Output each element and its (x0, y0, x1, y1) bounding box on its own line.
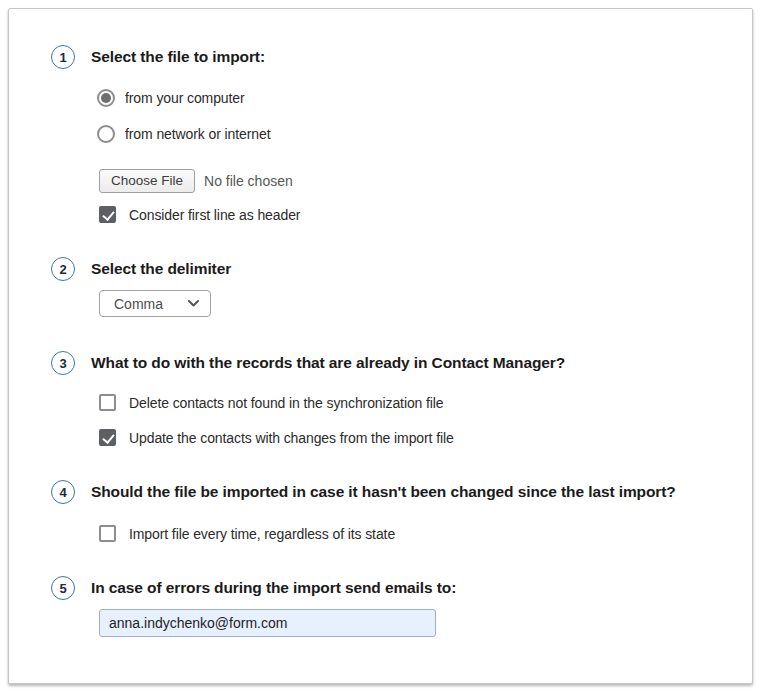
step-3-number-badge: 3 (51, 351, 75, 375)
step-4-unchanged-file: 4 Should the file be imported in case it… (51, 480, 714, 542)
step-2-delimiter: 2 Select the delimiter Comma (51, 257, 714, 317)
step-3-title: What to do with the records that are alr… (91, 351, 714, 375)
step-2-number-badge: 2 (51, 257, 75, 281)
checkbox-icon[interactable] (99, 394, 116, 411)
step-1-title: Select the file to import: (91, 45, 714, 69)
step-5-error-emails: 5 In case of errors during the import se… (51, 576, 714, 637)
checkbox-label-first-line-header: Consider first line as header (129, 207, 300, 223)
delimiter-selected-value: Comma (114, 296, 163, 312)
radio-label-from-computer: from your computer (125, 90, 245, 106)
step-5-title: In case of errors during the import send… (91, 576, 714, 600)
checkbox-delete-contacts[interactable]: Delete contacts not found in the synchro… (99, 394, 714, 411)
checkbox-icon[interactable] (99, 429, 116, 446)
checkbox-icon[interactable] (99, 525, 116, 542)
radio-icon[interactable] (97, 125, 115, 143)
choose-file-button[interactable]: Choose File (99, 169, 195, 193)
chevron-down-icon (188, 300, 199, 307)
step-3-existing-records: 3 What to do with the records that are a… (51, 351, 714, 446)
delimiter-select[interactable]: Comma (99, 290, 211, 317)
import-settings-card: 1 Select the file to import: from your c… (8, 8, 753, 684)
checkbox-label-update-contacts: Update the contacts with changes from th… (129, 430, 454, 446)
step-2-title: Select the delimiter (91, 257, 714, 281)
radio-option-from-network[interactable]: from network or internet (97, 125, 714, 143)
file-picker-row: Choose File No file chosen (99, 169, 714, 193)
file-chosen-status: No file chosen (204, 173, 293, 189)
checkbox-first-line-header[interactable]: Consider first line as header (99, 206, 714, 223)
error-emails-input[interactable] (99, 609, 436, 637)
checkbox-label-import-every-time: Import file every time, regardless of it… (129, 526, 395, 542)
checkbox-label-delete-contacts: Delete contacts not found in the synchro… (129, 395, 444, 411)
radio-icon[interactable] (97, 89, 115, 107)
step-1-file-source: 1 Select the file to import: from your c… (51, 45, 714, 223)
step-4-number-badge: 4 (51, 480, 75, 504)
radio-option-from-computer[interactable]: from your computer (97, 89, 714, 107)
checkbox-import-every-time[interactable]: Import file every time, regardless of it… (99, 525, 714, 542)
checkbox-icon[interactable] (99, 206, 116, 223)
checkbox-update-contacts[interactable]: Update the contacts with changes from th… (99, 429, 714, 446)
step-4-title: Should the file be imported in case it h… (91, 480, 714, 504)
radio-label-from-network: from network or internet (125, 126, 270, 142)
step-5-number-badge: 5 (51, 576, 75, 600)
step-1-number-badge: 1 (51, 45, 75, 69)
